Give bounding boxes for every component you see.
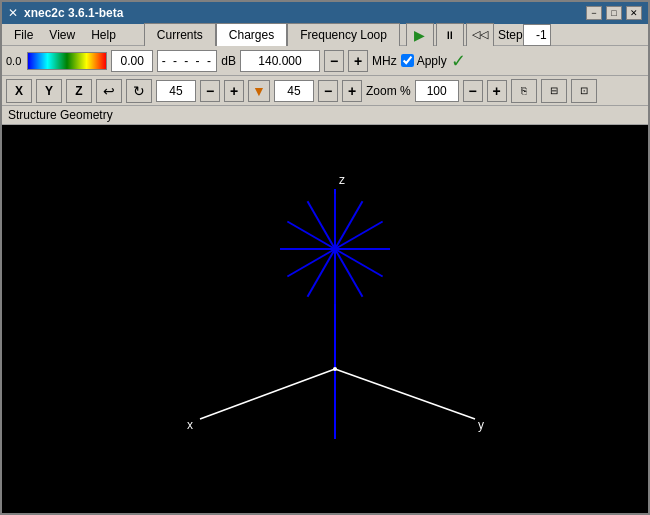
value-input[interactable] (111, 50, 153, 72)
toolbar-row3: X Y Z ↩ ↻ − + ▼ − + Zoom % − + ⎘ ⊟ ⊡ (2, 76, 648, 106)
z-axis-button[interactable]: Z (66, 79, 92, 103)
maximize-button[interactable]: □ (606, 6, 622, 20)
copy-button1[interactable]: ⎘ (511, 79, 537, 103)
freq-input[interactable] (240, 50, 320, 72)
title-controls: − □ ✕ (586, 6, 642, 20)
freq-minus-button[interactable]: − (324, 50, 344, 72)
down-arrow-button[interactable]: ▼ (248, 80, 270, 102)
copy-button3[interactable]: ⊡ (571, 79, 597, 103)
minimize-button[interactable]: − (586, 6, 602, 20)
pause-button[interactable]: ⏸ (436, 23, 464, 47)
mhz-label: MHz (372, 54, 397, 68)
step-label: Step (498, 28, 523, 42)
rewind-button[interactable]: ◁◁ (466, 23, 494, 47)
zoom-label: Zoom % (366, 84, 411, 98)
apply-checkbox[interactable] (401, 54, 414, 67)
zoom-plus-button[interactable]: + (487, 80, 507, 102)
apply-label: Apply (417, 54, 447, 68)
copy-button2[interactable]: ⊟ (541, 79, 567, 103)
freq-plus-button[interactable]: + (348, 50, 368, 72)
angle2-plus-button[interactable]: + (342, 80, 362, 102)
angle1-minus-button[interactable]: − (200, 80, 220, 102)
menu-view[interactable]: View (41, 26, 83, 44)
play-button[interactable]: ▶ (406, 23, 434, 47)
menu-file[interactable]: File (6, 26, 41, 44)
title-bar: ✕ xnec2c 3.6.1-beta − □ ✕ (2, 2, 648, 24)
menu-bar: File View Help Currents Charges Frequenc… (2, 24, 648, 46)
main-window: ✕ xnec2c 3.6.1-beta − □ ✕ File View Help… (0, 0, 650, 515)
range-min-label: 0.0 (6, 55, 21, 67)
section-header: Structure Geometry (2, 106, 648, 125)
step-input[interactable] (523, 24, 551, 46)
y-axis-button[interactable]: Y (36, 79, 62, 103)
zoom-minus-button[interactable]: − (463, 80, 483, 102)
angle1-plus-button[interactable]: + (224, 80, 244, 102)
db-label: dB (221, 54, 236, 68)
angle2-minus-button[interactable]: − (318, 80, 338, 102)
freq-loop-button[interactable]: Frequency Loop (287, 23, 400, 47)
dashes-input[interactable] (157, 50, 217, 72)
confirm-button[interactable]: ✓ (451, 50, 466, 72)
structure-canvas[interactable] (2, 125, 648, 513)
geometry-canvas (2, 125, 648, 513)
angle1-input[interactable] (156, 80, 196, 102)
menu-help[interactable]: Help (83, 26, 124, 44)
color-range-bar (27, 52, 107, 70)
charges-button[interactable]: Charges (216, 23, 287, 47)
x-axis-button[interactable]: X (6, 79, 32, 103)
zoom-input[interactable] (415, 80, 459, 102)
close-button[interactable]: ✕ (626, 6, 642, 20)
app-icon: ✕ (8, 6, 18, 20)
play-controls: ▶ ⏸ ◁◁ (406, 23, 494, 47)
toolbar-row2: 0.0 dB − + MHz Apply ✓ (2, 46, 648, 76)
redo-rotate-button[interactable]: ↻ (126, 79, 152, 103)
window-title: xnec2c 3.6.1-beta (24, 6, 123, 20)
undo-rotate-button[interactable]: ↩ (96, 79, 122, 103)
currents-button[interactable]: Currents (144, 23, 216, 47)
angle2-input[interactable] (274, 80, 314, 102)
title-bar-left: ✕ xnec2c 3.6.1-beta (8, 6, 123, 20)
apply-checkbox-container: Apply (401, 54, 447, 68)
mode-buttons: Currents Charges Frequency Loop (144, 23, 400, 47)
